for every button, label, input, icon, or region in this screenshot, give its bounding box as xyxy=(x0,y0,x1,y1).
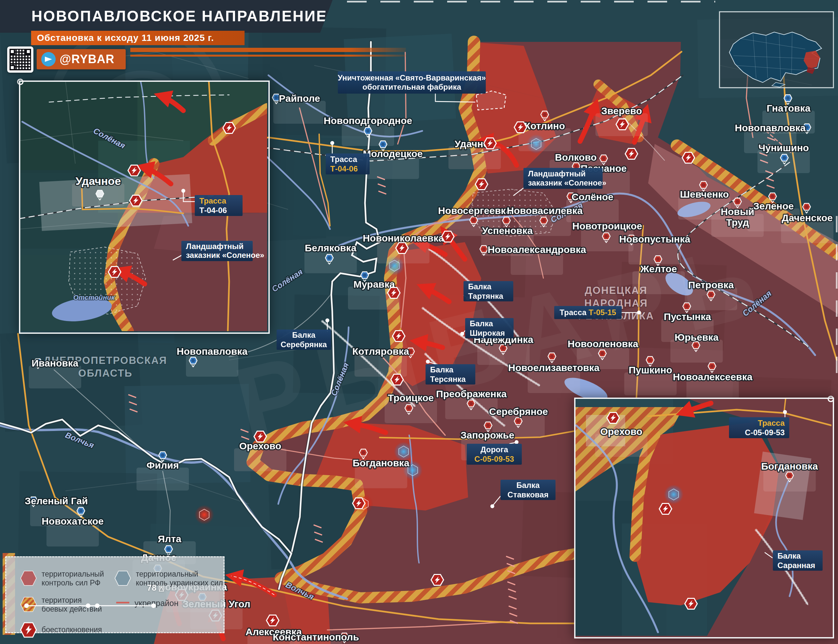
svg-text:Тартянка: Тартянка xyxy=(468,292,503,301)
town-label: Солёное xyxy=(572,191,613,202)
map-badge: БалкаШирокая xyxy=(460,318,514,338)
town-label: Петровка xyxy=(688,279,734,290)
map-badge: БалкаСаранная xyxy=(765,550,823,571)
town-label: Богдановка xyxy=(761,461,818,472)
channel-name: @RYBAR xyxy=(59,53,115,66)
map-title: НОВОПАВЛОВСКОЕ НАПРАВЛЕНИЕ xyxy=(31,7,327,25)
blue-glow-hex xyxy=(664,485,684,504)
clash-icon xyxy=(659,504,672,514)
legend-panel: территориальный контроль сил РФ территор… xyxy=(5,556,225,633)
svg-text:Ландшафтный: Ландшафтный xyxy=(186,242,243,251)
town-label: Молодецкое xyxy=(363,148,423,159)
svg-text:Балка: Балка xyxy=(516,481,540,490)
clash-icon xyxy=(108,267,121,278)
clash-icon xyxy=(266,615,279,626)
town-label: Новооленовка xyxy=(568,338,638,349)
svg-text:Трасса: Трасса xyxy=(330,155,357,164)
map-canvas: ДНЕПРОПЕТРОВСКАЯОБЛАСТЬДОНЕЦКАЯНАРОДНАЯР… xyxy=(0,0,838,644)
town-label: Котлино xyxy=(524,120,565,131)
svg-text:Балка: Балка xyxy=(468,282,492,291)
svg-text:Серебрянка: Серебрянка xyxy=(281,340,327,349)
telegram-icon xyxy=(41,52,56,66)
clash-icon xyxy=(625,149,638,159)
svg-text:Трасса: Трасса xyxy=(758,419,785,427)
town-label: Новохатское xyxy=(41,516,104,527)
town-label: Юрьевка xyxy=(675,332,719,343)
town-label: Константинополь xyxy=(273,632,359,642)
town-label: Беляковка xyxy=(305,243,357,253)
town-label: Новоподгородное xyxy=(324,115,412,126)
town-label: Успеновка xyxy=(482,225,533,236)
height-mark: 78 △ xyxy=(147,583,164,593)
legend-clash-label: боестолкновения xyxy=(41,625,102,634)
town-label: Удачное xyxy=(76,175,121,187)
town-label: Отстойник xyxy=(73,294,115,301)
town-label: Зеленый Гай xyxy=(25,495,88,506)
legend-ua-hex-icon xyxy=(114,570,131,587)
legend-rf-hex-icon xyxy=(20,570,37,587)
town-label: Новоалександровка xyxy=(488,244,586,255)
clash-icon xyxy=(391,375,403,385)
svg-text:Широкая: Широкая xyxy=(470,329,505,337)
town-label: Орехово xyxy=(600,426,642,437)
town-label: Пустынка xyxy=(664,311,711,322)
town-label: Новопустынка xyxy=(619,234,690,245)
title-block: НОВОПАВЛОВСКОЕ НАПРАВЛЕНИЕ xyxy=(0,0,333,33)
map-badge: ДорогаС-05-09-53 xyxy=(467,440,522,465)
town-label: Серебряное xyxy=(489,406,548,417)
town-label: Райполе xyxy=(279,93,320,104)
svg-text:С-05-09-53: С-05-09-53 xyxy=(474,455,514,463)
ukraine-minimap xyxy=(720,12,833,88)
legend-clash-icon xyxy=(20,621,37,638)
map-badge: БалкаТартянка xyxy=(463,281,513,301)
red-glow-hex xyxy=(194,505,214,524)
svg-text:Трасса: Трасса xyxy=(199,196,227,205)
svg-text:Т-04-06: Т-04-06 xyxy=(330,164,358,173)
map-badge: Ландшафтныйзаказник «Соленое» xyxy=(173,241,264,261)
town-label: Новотроицкое xyxy=(572,220,642,232)
clash-icon xyxy=(396,243,408,254)
clash-icon xyxy=(388,288,400,299)
map-infographic: ДНЕПРОПЕТРОВСКАЯОБЛАСТЬДОНЕЦКАЯНАРОДНАЯР… xyxy=(0,0,838,644)
svg-text:заказник «Соленое»: заказник «Соленое» xyxy=(528,178,606,187)
telegram-channel-badge[interactable]: @RYBAR xyxy=(37,49,126,69)
svg-text:Уничтоженная «Свято-Варваринск: Уничтоженная «Свято-Варваринская» xyxy=(338,73,486,82)
town-label: Котляровка xyxy=(352,346,409,356)
clash-icon xyxy=(431,575,444,585)
clash-icon xyxy=(254,431,266,442)
clash-icon xyxy=(353,498,365,509)
inset-orekhovo: ОреховоБогдановкаТрассаС-05-09-53БалкаСа… xyxy=(575,398,831,636)
clash-icon xyxy=(616,119,629,130)
town-label: Даченское xyxy=(782,212,833,223)
clash-icon xyxy=(685,598,697,610)
qr-code xyxy=(7,46,33,73)
clash-icon xyxy=(442,232,454,242)
svg-text:Дорога: Дорога xyxy=(481,445,508,454)
clash-icon xyxy=(130,196,142,206)
svg-text:Ландшафтный: Ландшафтный xyxy=(528,169,586,178)
town-label: Филия xyxy=(146,460,179,471)
clash-icon xyxy=(223,123,235,133)
svg-text:заказник «Соленое»: заказник «Соленое» xyxy=(186,251,264,260)
clash-icon xyxy=(682,153,695,163)
clash-icon xyxy=(475,179,488,190)
town-label: Нововасилевка xyxy=(507,205,583,216)
town-label: Зеленое xyxy=(753,200,794,211)
town-label: Желтое xyxy=(640,263,677,274)
svg-text:Балка: Балка xyxy=(292,330,315,339)
svg-text:Трасса Т-05-15: Трасса Т-05-15 xyxy=(560,308,616,317)
town-label: Гнатовка xyxy=(767,103,810,113)
svg-text:С-05-09-53: С-05-09-53 xyxy=(745,428,785,437)
svg-text:Балка: Балка xyxy=(470,319,493,328)
town-label: Новопавловка xyxy=(177,346,248,356)
town-label: Ивановка xyxy=(32,358,79,368)
clash-icon xyxy=(514,122,527,133)
town-label: Новоалексеевка xyxy=(673,371,753,382)
town-label: Запорожье xyxy=(460,430,514,440)
orange-strip xyxy=(130,48,406,52)
town-label: Пушкино xyxy=(629,365,672,375)
map-subtitle: Обстановка к исходу 11 июня 2025 г. xyxy=(31,33,214,43)
subtitle-bar: Обстановка к исходу 11 июня 2025 г. xyxy=(31,31,245,45)
svg-text:Ставковая: Ставковая xyxy=(508,490,548,499)
svg-text:Саранная: Саранная xyxy=(777,561,815,570)
